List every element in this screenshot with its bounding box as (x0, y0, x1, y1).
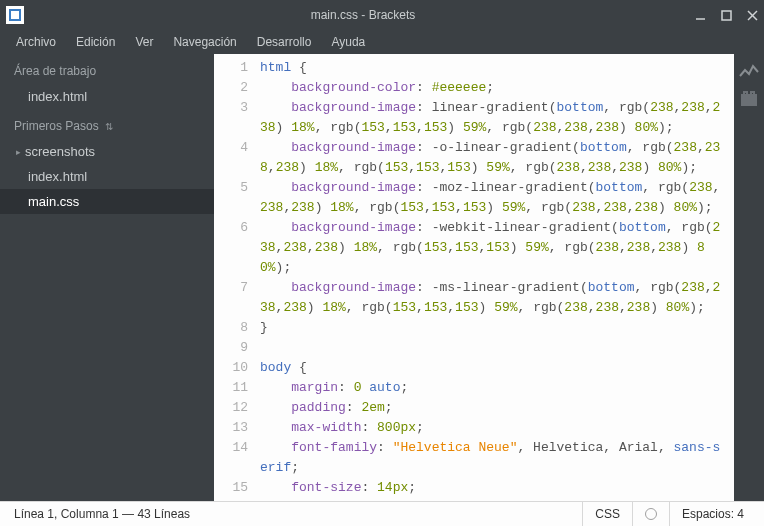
right-panel (734, 54, 764, 501)
gutter-number: 10 (214, 358, 260, 378)
project-header[interactable]: Primeros Pasos ⇅ (0, 109, 214, 139)
workarea-file[interactable]: index.html (0, 84, 214, 109)
code-line[interactable]: 15 font-size: 14px; (214, 478, 734, 498)
sidebar: Área de trabajo index.html Primeros Paso… (0, 54, 214, 501)
triangle-icon: ▸ (16, 147, 21, 157)
inspection-indicator[interactable] (632, 502, 669, 526)
sort-icon: ⇅ (105, 121, 113, 132)
code-text: background-image: -webkit-linear-gradien… (260, 218, 734, 278)
window-title: main.css - Brackets (32, 8, 694, 22)
code-text: font-size: 14px; (260, 478, 428, 498)
code-text: line-height: 1.5em; (260, 498, 451, 501)
code-text: html { (260, 58, 319, 78)
gutter-number: 3 (214, 98, 260, 138)
menu-ver[interactable]: Ver (127, 32, 161, 52)
code-text: background-image: -ms-linear-gradient(bo… (260, 278, 734, 318)
gutter-number: 6 (214, 218, 260, 278)
gutter-number: 15 (214, 478, 260, 498)
menu-navegación[interactable]: Navegación (165, 32, 244, 52)
indent-setting[interactable]: Espacios: 4 (669, 502, 756, 526)
titlebar: main.css - Brackets (0, 0, 764, 30)
code-line[interactable]: 7 background-image: -ms-linear-gradient(… (214, 278, 734, 318)
code-line[interactable]: 1html { (214, 58, 734, 78)
gutter-number: 12 (214, 398, 260, 418)
menubar: ArchivoEdiciónVerNavegaciónDesarrolloAyu… (0, 30, 764, 54)
menu-desarrollo[interactable]: Desarrollo (249, 32, 320, 52)
gutter-number: 5 (214, 178, 260, 218)
code-text: margin: 0 auto; (260, 378, 420, 398)
code-line[interactable]: 16 line-height: 1.5em; (214, 498, 734, 501)
code-text: background-image: linear-gradient(bottom… (260, 98, 734, 138)
menu-archivo[interactable]: Archivo (8, 32, 64, 52)
svg-rect-5 (741, 94, 757, 106)
close-button[interactable] (746, 9, 758, 21)
code-line[interactable]: 3 background-image: linear-gradient(bott… (214, 98, 734, 138)
project-label: Primeros Pasos (14, 119, 99, 133)
code-text: background-image: -o-linear-gradient(bot… (260, 138, 734, 178)
folder-label: screenshots (25, 144, 95, 159)
app-icon (6, 6, 24, 24)
code-line[interactable]: 8} (214, 318, 734, 338)
gutter-number: 13 (214, 418, 260, 438)
code-line[interactable]: 12 padding: 2em; (214, 398, 734, 418)
minimize-button[interactable] (694, 9, 706, 21)
code-line[interactable]: 11 margin: 0 auto; (214, 378, 734, 398)
gutter-number: 11 (214, 378, 260, 398)
menu-edición[interactable]: Edición (68, 32, 123, 52)
code-text: font-family: "Helvetica Neue", Helvetica… (260, 438, 734, 478)
code-line[interactable]: 14 font-family: "Helvetica Neue", Helvet… (214, 438, 734, 478)
file-item[interactable]: main.css (0, 189, 214, 214)
code-text: body { (260, 358, 319, 378)
gutter-number: 4 (214, 138, 260, 178)
live-preview-icon[interactable] (739, 62, 759, 80)
menu-ayuda[interactable]: Ayuda (323, 32, 373, 52)
extensions-icon[interactable] (739, 90, 759, 108)
code-text (260, 338, 272, 358)
gutter-number: 14 (214, 438, 260, 478)
code-text: max-width: 800px; (260, 418, 436, 438)
code-editor[interactable]: 1html {2 background-color: #eeeeee;3 bac… (214, 54, 734, 501)
gutter-number: 2 (214, 78, 260, 98)
code-line[interactable]: 10body { (214, 358, 734, 378)
language-mode[interactable]: CSS (582, 502, 632, 526)
svg-rect-2 (722, 11, 731, 20)
workarea-header: Área de trabajo (0, 54, 214, 84)
code-text: background-color: #eeeeee; (260, 78, 506, 98)
file-item[interactable]: index.html (0, 164, 214, 189)
folder-item[interactable]: ▸screenshots (0, 139, 214, 164)
code-line[interactable]: 5 background-image: -moz-linear-gradient… (214, 178, 734, 218)
code-text: } (260, 318, 280, 338)
code-text: padding: 2em; (260, 398, 405, 418)
statusbar: Línea 1, Columna 1 — 43 Líneas CSS Espac… (0, 501, 764, 526)
gutter-number: 16 (214, 498, 260, 501)
code-line[interactable]: 6 background-image: -webkit-linear-gradi… (214, 218, 734, 278)
gutter-number: 9 (214, 338, 260, 358)
gutter-number: 8 (214, 318, 260, 338)
maximize-button[interactable] (720, 9, 732, 21)
cursor-position[interactable]: Línea 1, Columna 1 — 43 Líneas (8, 507, 582, 521)
code-line[interactable]: 13 max-width: 800px; (214, 418, 734, 438)
code-line[interactable]: 9 (214, 338, 734, 358)
code-line[interactable]: 2 background-color: #eeeeee; (214, 78, 734, 98)
code-line[interactable]: 4 background-image: -o-linear-gradient(b… (214, 138, 734, 178)
circle-icon (645, 508, 657, 520)
svg-rect-0 (10, 10, 20, 20)
code-text: background-image: -moz-linear-gradient(b… (260, 178, 734, 218)
gutter-number: 1 (214, 58, 260, 78)
gutter-number: 7 (214, 278, 260, 318)
